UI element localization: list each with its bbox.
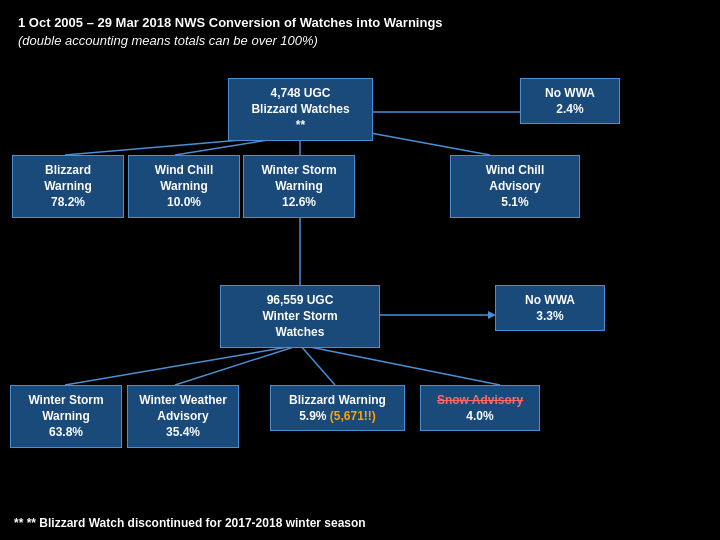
- page: 1 Oct 2005 – 29 Mar 2018 NWS Conversion …: [0, 0, 720, 540]
- mid-center-line3: Watches: [229, 324, 371, 340]
- top-center-box: 4,748 UGC Blizzard Watches **: [228, 78, 373, 141]
- row2-wsw-value: 12.6%: [252, 194, 346, 210]
- top-center-line1: 4,748 UGC: [237, 85, 364, 101]
- top-right-box: No WWA 2.4%: [520, 78, 620, 124]
- mid-center-line1: 96,559 UGC: [229, 292, 371, 308]
- title-line1: 1 Oct 2005 – 29 Mar 2018 NWS Conversion …: [18, 15, 443, 30]
- row2-blizzard-warning: Blizzard Warning 78.2%: [12, 155, 124, 218]
- row3-bw-pct: 5.9%: [299, 409, 326, 423]
- mid-center-box: 96,559 UGC Winter Storm Watches: [220, 285, 380, 348]
- row2-wca-value: 5.1%: [459, 194, 571, 210]
- svg-line-10: [175, 345, 300, 385]
- top-center-line2: Blizzard Watches: [237, 101, 364, 117]
- row3-sa-label: Snow Advisory: [429, 392, 531, 408]
- row2-wind-chill-warning: Wind Chill Warning 10.0%: [128, 155, 240, 218]
- svg-line-9: [65, 345, 300, 385]
- row3-snow-advisory: Snow Advisory 4.0%: [420, 385, 540, 431]
- mid-right-value: 3.3%: [504, 308, 596, 324]
- mid-right-label: No WWA: [504, 292, 596, 308]
- svg-line-11: [300, 345, 335, 385]
- row3-wsw-value: 63.8%: [19, 424, 113, 440]
- row3-wwa-label: Winter Weather Advisory: [136, 392, 230, 424]
- top-right-label: No WWA: [529, 85, 611, 101]
- row3-bw-value: 5.9% (5,671!!): [279, 408, 396, 424]
- row2-bw-value: 78.2%: [21, 194, 115, 210]
- row2-wind-chill-advisory: Wind Chill Advisory 5.1%: [450, 155, 580, 218]
- row3-wsw-label: Winter Storm Warning: [19, 392, 113, 424]
- row2-wcw-value: 10.0%: [137, 194, 231, 210]
- row2-wcw-label: Wind Chill Warning: [137, 162, 231, 194]
- row3-winter-storm-warning: Winter Storm Warning 63.8%: [10, 385, 122, 448]
- row2-bw-label: Blizzard Warning: [21, 162, 115, 194]
- mid-center-line2: Winter Storm: [229, 308, 371, 324]
- row3-bw-label: Blizzard Warning: [279, 392, 396, 408]
- title-line2: (double accounting means totals can be o…: [18, 32, 702, 50]
- row3-blizzard-warning: Blizzard Warning 5.9% (5,671!!): [270, 385, 405, 431]
- page-title: 1 Oct 2005 – 29 Mar 2018 NWS Conversion …: [18, 14, 702, 50]
- top-center-line3: **: [237, 117, 364, 133]
- svg-line-12: [300, 345, 500, 385]
- row2-wsw-label: Winter Storm Warning: [252, 162, 346, 194]
- footnote: ** ** Blizzard Watch discontinued for 20…: [14, 516, 366, 530]
- row3-wwa-value: 35.4%: [136, 424, 230, 440]
- row3-winter-weather-advisory: Winter Weather Advisory 35.4%: [127, 385, 239, 448]
- mid-right-box: No WWA 3.3%: [495, 285, 605, 331]
- row2-winter-storm-warning: Winter Storm Warning 12.6%: [243, 155, 355, 218]
- row3-sa-value: 4.0%: [429, 408, 531, 424]
- row2-wca-label: Wind Chill Advisory: [459, 162, 571, 194]
- row3-bw-extra: (5,671!!): [330, 409, 376, 423]
- top-right-value: 2.4%: [529, 101, 611, 117]
